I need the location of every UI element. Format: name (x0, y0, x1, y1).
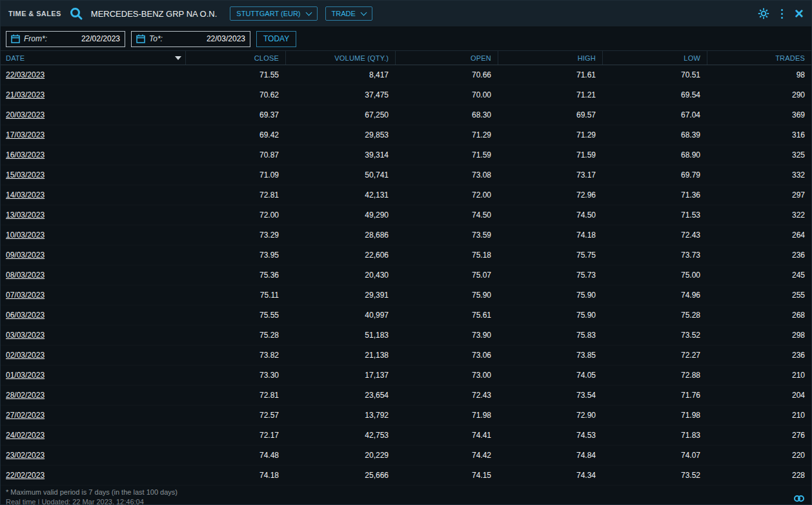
date-link[interactable]: 03/03/2023 (1, 331, 185, 340)
value-cell: 69.57 (498, 110, 602, 119)
value-cell: 28,686 (285, 231, 395, 240)
date-link[interactable]: 08/03/2023 (1, 271, 185, 280)
value-cell: 75.90 (395, 291, 498, 300)
value-cell: 73.95 (185, 251, 285, 260)
calendar-icon[interactable] (136, 34, 145, 43)
value-cell: 204 (707, 391, 811, 400)
value-cell: 75.36 (185, 271, 285, 280)
date-link[interactable]: 07/03/2023 (1, 291, 185, 300)
from-value[interactable]: 22/02/2023 (81, 34, 120, 43)
close-icon[interactable]: × (795, 7, 804, 20)
column-header-close[interactable]: CLOSE (185, 51, 285, 65)
value-cell: 228 (707, 471, 811, 480)
to-date-field[interactable]: To*: 22/03/2023 (131, 31, 250, 47)
value-cell: 71.98 (602, 411, 707, 420)
date-link[interactable]: 14/03/2023 (1, 191, 185, 200)
value-cell: 316 (707, 130, 811, 139)
date-link[interactable]: 23/02/2023 (1, 451, 185, 460)
footer-note: * Maximum valid period is 7 days (in the… (6, 488, 805, 496)
exchange-dropdown-label: STUTTGART (EUR) (236, 10, 300, 17)
table-row: 20/03/202369.3767,25068.3069.5767.04369 (1, 105, 811, 125)
table-row: 16/03/202370.8739,31471.5971.5968.90325 (1, 145, 811, 165)
value-cell: 29,853 (285, 130, 395, 139)
value-cell: 75.73 (498, 271, 602, 280)
value-cell: 25,666 (285, 471, 395, 480)
value-cell: 37,475 (285, 90, 395, 99)
date-link[interactable]: 06/03/2023 (1, 311, 185, 320)
link-channel-icon[interactable] (793, 494, 805, 503)
footer: * Maximum valid period is 7 days (in the… (1, 486, 811, 505)
table-row: 23/02/202374.4820,22974.4274.8474.07220 (1, 446, 811, 466)
gear-icon[interactable] (758, 8, 769, 19)
value-cell: 69.42 (185, 130, 285, 139)
date-link[interactable]: 27/02/2023 (1, 411, 185, 420)
chevron-down-icon (360, 9, 367, 15)
search-icon[interactable] (69, 6, 83, 21)
value-cell: 255 (707, 291, 811, 300)
top-bar: TIME & SALES MERCEDES-BENZ GRP NA O.N. S… (1, 1, 811, 27)
value-cell: 74.50 (498, 211, 602, 220)
date-link[interactable]: 02/03/2023 (1, 351, 185, 360)
value-cell: 70.62 (185, 90, 285, 99)
value-cell: 72.00 (185, 211, 285, 220)
today-button[interactable]: TODAY (256, 31, 296, 47)
date-link[interactable]: 22/03/2023 (1, 70, 185, 79)
value-cell: 50,741 (285, 170, 395, 180)
calendar-icon[interactable] (11, 34, 20, 43)
value-cell: 74.84 (498, 451, 602, 460)
value-cell: 74.50 (395, 211, 498, 220)
date-link[interactable]: 22/02/2023 (1, 471, 185, 480)
value-cell: 73.85 (498, 351, 602, 360)
value-cell: 49,290 (285, 211, 395, 220)
date-filter-toolbar: From*: 22/02/2023 To*: 22/03/2023 TODAY (1, 27, 811, 50)
value-cell: 72.57 (185, 411, 285, 420)
value-cell: 74.07 (602, 451, 707, 460)
value-cell: 69.54 (602, 90, 707, 99)
date-link[interactable]: 01/03/2023 (1, 371, 185, 380)
value-cell: 20,430 (285, 271, 395, 280)
value-cell: 73.29 (185, 231, 285, 240)
date-link[interactable]: 20/03/2023 (1, 110, 185, 119)
value-cell: 72.90 (498, 411, 602, 420)
value-cell: 74.41 (395, 431, 498, 440)
value-cell: 71.61 (498, 70, 602, 79)
value-cell: 74.18 (498, 231, 602, 240)
column-header-high[interactable]: HIGH (498, 51, 602, 65)
value-cell: 71.59 (498, 150, 602, 160)
column-header-trades[interactable]: TRADES (707, 51, 811, 65)
column-header-open[interactable]: OPEN (395, 51, 498, 65)
value-cell: 70.87 (185, 150, 285, 160)
date-link[interactable]: 13/03/2023 (1, 211, 185, 220)
kebab-menu-icon[interactable] (780, 8, 784, 20)
exchange-dropdown[interactable]: STUTTGART (EUR) (230, 6, 317, 21)
date-link[interactable]: 09/03/2023 (1, 251, 185, 260)
date-link[interactable]: 16/03/2023 (1, 150, 185, 160)
table-row: 17/03/202369.4229,85371.2971.2968.39316 (1, 125, 811, 145)
date-link[interactable]: 21/03/2023 (1, 90, 185, 99)
table-row: 06/03/202375.5540,99775.6175.9075.28268 (1, 305, 811, 325)
value-cell: 70.51 (602, 70, 707, 79)
value-cell: 236 (707, 251, 811, 260)
from-date-field[interactable]: From*: 22/02/2023 (6, 31, 125, 47)
value-cell: 220 (707, 451, 811, 460)
value-cell: 75.28 (185, 331, 285, 340)
value-cell: 73.73 (602, 251, 707, 260)
table-row: 02/03/202373.8221,13873.0673.8572.27236 (1, 345, 811, 366)
date-link[interactable]: 28/02/2023 (1, 391, 185, 400)
value-cell: 39,314 (285, 150, 395, 160)
value-cell: 72.81 (185, 391, 285, 400)
value-cell: 72.43 (395, 391, 498, 400)
column-header-low[interactable]: LOW (602, 51, 707, 65)
time-and-sales-window: TIME & SALES MERCEDES-BENZ GRP NA O.N. S… (0, 0, 812, 505)
to-value[interactable]: 22/03/2023 (207, 34, 245, 43)
column-header-volume[interactable]: VOLUME (QTY.) (285, 51, 395, 65)
value-cell: 74.48 (185, 451, 285, 460)
trade-dropdown[interactable]: TRADE (325, 6, 372, 21)
date-link[interactable]: 15/03/2023 (1, 170, 185, 180)
date-link[interactable]: 17/03/2023 (1, 130, 185, 139)
value-cell: 322 (707, 211, 811, 220)
column-header-date[interactable]: DATE (1, 51, 185, 65)
date-link[interactable]: 10/03/2023 (1, 231, 185, 240)
value-cell: 245 (707, 271, 811, 280)
date-link[interactable]: 24/02/2023 (1, 431, 185, 440)
